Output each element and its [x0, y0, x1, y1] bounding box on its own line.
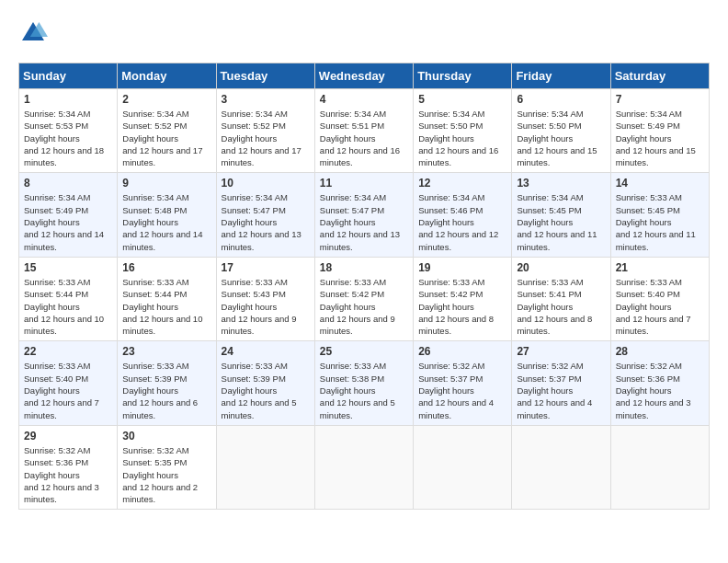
table-row: 9Sunrise: 5:34 AMSunset: 5:48 PMDaylight… — [118, 173, 216, 257]
table-row: 28Sunrise: 5:32 AMSunset: 5:36 PMDayligh… — [610, 341, 709, 425]
table-row: 15Sunrise: 5:33 AMSunset: 5:44 PMDayligh… — [19, 257, 118, 340]
day-number: 18 — [320, 261, 408, 274]
day-info: Sunrise: 5:34 AMSunset: 5:49 PMDaylight … — [24, 191, 112, 252]
day-info: Sunrise: 5:34 AMSunset: 5:53 PMDaylight … — [24, 108, 112, 168]
day-number: 3 — [222, 93, 310, 106]
day-info: Sunrise: 5:33 AMSunset: 5:45 PMDaylight … — [616, 191, 704, 252]
col-header-monday: Monday — [118, 63, 216, 89]
col-header-friday: Friday — [512, 63, 610, 89]
calendar-week-row: 8Sunrise: 5:34 AMSunset: 5:49 PMDaylight… — [19, 173, 710, 257]
day-number: 8 — [24, 177, 112, 190]
day-number: 21 — [616, 261, 704, 274]
day-info: Sunrise: 5:34 AMSunset: 5:52 PMDaylight … — [222, 108, 310, 168]
table-row — [314, 425, 413, 509]
calendar-week-row: 22Sunrise: 5:33 AMSunset: 5:40 PMDayligh… — [19, 341, 710, 425]
table-row — [610, 425, 709, 509]
day-number: 24 — [222, 345, 310, 358]
day-info: Sunrise: 5:33 AMSunset: 5:40 PMDaylight … — [616, 276, 704, 337]
day-number: 13 — [517, 177, 605, 190]
table-row: 26Sunrise: 5:32 AMSunset: 5:37 PMDayligh… — [414, 341, 512, 425]
table-row: 3Sunrise: 5:34 AMSunset: 5:52 PMDaylight… — [216, 89, 314, 173]
day-info: Sunrise: 5:33 AMSunset: 5:39 PMDaylight … — [222, 360, 310, 420]
day-number: 15 — [24, 261, 112, 274]
day-info: Sunrise: 5:33 AMSunset: 5:44 PMDaylight … — [122, 276, 210, 337]
table-row: 11Sunrise: 5:34 AMSunset: 5:47 PMDayligh… — [314, 173, 413, 257]
table-row: 22Sunrise: 5:33 AMSunset: 5:40 PMDayligh… — [19, 341, 118, 425]
day-number: 26 — [418, 345, 506, 358]
day-number: 4 — [320, 93, 408, 106]
day-info: Sunrise: 5:33 AMSunset: 5:42 PMDaylight … — [320, 276, 408, 337]
day-number: 20 — [517, 261, 605, 274]
day-number: 28 — [616, 345, 704, 358]
day-number: 23 — [122, 345, 210, 358]
day-number: 16 — [122, 261, 210, 274]
day-number: 5 — [418, 93, 506, 106]
day-number: 29 — [24, 430, 112, 442]
day-number: 6 — [517, 93, 605, 106]
day-info: Sunrise: 5:32 AMSunset: 5:37 PMDaylight … — [517, 360, 605, 420]
col-header-thursday: Thursday — [414, 63, 512, 89]
col-header-wednesday: Wednesday — [314, 63, 413, 89]
calendar-week-row: 29Sunrise: 5:32 AMSunset: 5:36 PMDayligh… — [19, 425, 710, 509]
table-row: 2Sunrise: 5:34 AMSunset: 5:52 PMDaylight… — [118, 89, 216, 173]
calendar-week-row: 15Sunrise: 5:33 AMSunset: 5:44 PMDayligh… — [19, 257, 710, 340]
table-row: 29Sunrise: 5:32 AMSunset: 5:36 PMDayligh… — [19, 425, 118, 509]
day-info: Sunrise: 5:34 AMSunset: 5:45 PMDaylight … — [517, 191, 605, 252]
table-row: 30Sunrise: 5:32 AMSunset: 5:35 PMDayligh… — [118, 425, 216, 509]
day-info: Sunrise: 5:34 AMSunset: 5:52 PMDaylight … — [122, 108, 210, 168]
table-row: 25Sunrise: 5:33 AMSunset: 5:38 PMDayligh… — [314, 341, 413, 425]
day-info: Sunrise: 5:34 AMSunset: 5:49 PMDaylight … — [616, 108, 704, 168]
day-number: 22 — [24, 345, 112, 358]
day-info: Sunrise: 5:34 AMSunset: 5:48 PMDaylight … — [122, 191, 210, 252]
table-row — [512, 425, 610, 509]
table-row: 14Sunrise: 5:33 AMSunset: 5:45 PMDayligh… — [610, 173, 709, 257]
table-row: 21Sunrise: 5:33 AMSunset: 5:40 PMDayligh… — [610, 257, 709, 340]
day-number: 17 — [222, 261, 310, 274]
day-number: 27 — [517, 345, 605, 358]
calendar-week-row: 1Sunrise: 5:34 AMSunset: 5:53 PMDaylight… — [19, 89, 710, 173]
col-header-sunday: Sunday — [19, 63, 118, 89]
table-row: 10Sunrise: 5:34 AMSunset: 5:47 PMDayligh… — [216, 173, 314, 257]
calendar-header-row: SundayMondayTuesdayWednesdayThursdayFrid… — [19, 63, 710, 89]
table-row: 24Sunrise: 5:33 AMSunset: 5:39 PMDayligh… — [216, 341, 314, 425]
table-row: 5Sunrise: 5:34 AMSunset: 5:50 PMDaylight… — [414, 89, 512, 173]
day-number: 2 — [122, 93, 210, 106]
day-number: 25 — [320, 345, 408, 358]
day-info: Sunrise: 5:34 AMSunset: 5:50 PMDaylight … — [517, 108, 605, 168]
day-info: Sunrise: 5:34 AMSunset: 5:51 PMDaylight … — [320, 108, 408, 168]
table-row: 12Sunrise: 5:34 AMSunset: 5:46 PMDayligh… — [414, 173, 512, 257]
day-info: Sunrise: 5:33 AMSunset: 5:44 PMDaylight … — [24, 276, 112, 337]
table-row: 17Sunrise: 5:33 AMSunset: 5:43 PMDayligh… — [216, 257, 314, 340]
day-info: Sunrise: 5:34 AMSunset: 5:50 PMDaylight … — [418, 108, 506, 168]
day-number: 19 — [418, 261, 506, 274]
col-header-saturday: Saturday — [610, 63, 709, 89]
logo-icon — [18, 18, 48, 48]
day-number: 11 — [320, 177, 408, 190]
day-info: Sunrise: 5:33 AMSunset: 5:42 PMDaylight … — [418, 276, 506, 337]
table-row: 27Sunrise: 5:32 AMSunset: 5:37 PMDayligh… — [512, 341, 610, 425]
table-row: 6Sunrise: 5:34 AMSunset: 5:50 PMDaylight… — [512, 89, 610, 173]
day-number: 1 — [24, 93, 112, 106]
page-header — [18, 18, 710, 48]
logo — [18, 18, 51, 48]
day-info: Sunrise: 5:34 AMSunset: 5:47 PMDaylight … — [222, 191, 310, 252]
day-info: Sunrise: 5:32 AMSunset: 5:37 PMDaylight … — [418, 360, 506, 420]
day-info: Sunrise: 5:33 AMSunset: 5:38 PMDaylight … — [320, 360, 408, 420]
table-row — [414, 425, 512, 509]
table-row: 18Sunrise: 5:33 AMSunset: 5:42 PMDayligh… — [314, 257, 413, 340]
day-info: Sunrise: 5:34 AMSunset: 5:46 PMDaylight … — [418, 191, 506, 252]
day-number: 12 — [418, 177, 506, 190]
day-info: Sunrise: 5:33 AMSunset: 5:43 PMDaylight … — [222, 276, 310, 337]
col-header-tuesday: Tuesday — [216, 63, 314, 89]
day-info: Sunrise: 5:33 AMSunset: 5:41 PMDaylight … — [517, 276, 605, 337]
table-row: 8Sunrise: 5:34 AMSunset: 5:49 PMDaylight… — [19, 173, 118, 257]
day-number: 7 — [616, 93, 704, 106]
day-number: 14 — [616, 177, 704, 190]
day-info: Sunrise: 5:33 AMSunset: 5:40 PMDaylight … — [24, 360, 112, 420]
table-row: 20Sunrise: 5:33 AMSunset: 5:41 PMDayligh… — [512, 257, 610, 340]
day-info: Sunrise: 5:32 AMSunset: 5:35 PMDaylight … — [122, 444, 210, 505]
table-row: 7Sunrise: 5:34 AMSunset: 5:49 PMDaylight… — [610, 89, 709, 173]
day-number: 10 — [222, 177, 310, 190]
table-row: 16Sunrise: 5:33 AMSunset: 5:44 PMDayligh… — [118, 257, 216, 340]
day-info: Sunrise: 5:32 AMSunset: 5:36 PMDaylight … — [616, 360, 704, 420]
